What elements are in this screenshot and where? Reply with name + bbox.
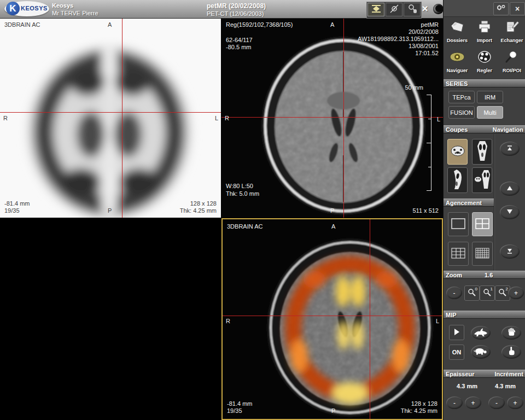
close-study-button[interactable]: × <box>419 3 431 15</box>
brightness-icon <box>389 4 400 16</box>
scale-ruler <box>431 95 431 191</box>
increment-increase-button[interactable]: + <box>507 396 523 409</box>
epaisseur-increment-header: Epaisseur Incrément <box>444 370 525 378</box>
nav-echanger-button[interactable]: Echanger <box>499 20 525 48</box>
series-fusion-button[interactable]: FUSION <box>448 106 475 119</box>
nav-dossiers-button[interactable]: Dossiers <box>444 20 470 48</box>
play-icon <box>453 328 460 337</box>
study-subtitle: PET-CT (12/06/2003) <box>207 10 264 17</box>
layout-grid-button[interactable] <box>472 242 493 266</box>
layout-1x1-button[interactable] <box>448 212 469 236</box>
coupe-axial-thumbnail[interactable] <box>447 139 468 165</box>
increment-decrease-button[interactable]: - <box>488 396 505 409</box>
slice-position: -80.5 mm <box>226 44 251 51</box>
layout-2x2-button[interactable] <box>472 212 493 236</box>
series-label: 3DBRAIN AC <box>227 223 262 230</box>
settings-button[interactable] <box>493 2 509 15</box>
series-date: 13/08/2001 <box>409 43 439 50</box>
study-date: 20/02/2008 <box>409 28 439 36</box>
sidebar-top-strip: × <box>444 0 525 17</box>
increment-value: 4.3 mm <box>487 383 523 389</box>
mip-play-button[interactable] <box>449 325 464 340</box>
folder-icon <box>449 20 465 36</box>
main-nav-section: Dossiers Import Echanger Naviguer Regler… <box>444 19 525 79</box>
document-edit-icon <box>504 20 520 36</box>
crosshair-horizontal[interactable] <box>221 117 443 118</box>
matrix-size: 128 x 128 <box>190 200 217 207</box>
go-first-slice-button[interactable] <box>500 142 520 156</box>
mip-header: MIP <box>444 311 525 319</box>
orientation-anterior: A <box>330 21 334 28</box>
mip-slow-button[interactable] <box>471 345 491 359</box>
nav-import-button[interactable]: Import <box>471 20 498 48</box>
logo-k-badge: K <box>6 2 20 15</box>
matrix-size: 128 x 128 <box>411 400 438 407</box>
magnify-tool-button[interactable] <box>404 3 421 16</box>
registration-label: Reg(1592/102,7368/105) <box>226 21 293 28</box>
turtle-icon <box>474 347 488 357</box>
crosshair-vertical[interactable] <box>122 19 122 218</box>
series-multi-button[interactable]: Multi <box>477 106 503 119</box>
go-last-slice-button[interactable] <box>500 244 520 259</box>
open-hand-icon <box>506 327 516 339</box>
zoom-value: 1.6 <box>485 272 493 278</box>
moon-toggle-icon[interactable] <box>433 4 444 14</box>
series-tepca-button[interactable]: TEPca <box>448 91 475 103</box>
collimator-icon <box>371 4 382 16</box>
pet-brain-image <box>0 19 221 218</box>
coupe-coronal-thumbnail[interactable] <box>472 139 492 165</box>
double-up-arrow-icon <box>506 145 513 153</box>
orientation-left: L <box>436 318 439 325</box>
nav-roi-poi-button[interactable]: ROI/POI <box>499 50 525 78</box>
viewport-empty[interactable] <box>0 218 221 420</box>
thickness-decrease-button[interactable]: - <box>446 396 463 409</box>
previous-slice-button[interactable] <box>500 182 520 196</box>
zoom-preset-1-button[interactable]: 1 <box>480 285 495 301</box>
magnifier-mouse-icon <box>407 4 418 16</box>
next-slice-button[interactable] <box>500 205 520 219</box>
series-label: 3DBRAIN AC <box>4 21 40 28</box>
series-info: 62-64/117 <box>226 37 253 44</box>
nav-regler-button[interactable]: Regler <box>471 50 498 78</box>
mip-fast-button[interactable] <box>471 326 491 340</box>
slice-position: -81.4 mm <box>227 400 252 407</box>
close-window-button[interactable]: × <box>510 2 525 15</box>
crosshair-vertical[interactable] <box>370 219 370 419</box>
layout-grid-icon <box>475 248 489 260</box>
crosshair-horizontal[interactable] <box>0 112 221 113</box>
viewport-pet[interactable]: 3DBRAIN AC A R L -81.4 mm 19/35 P 128 x … <box>0 19 221 218</box>
thickness-increase-button[interactable]: + <box>465 396 481 409</box>
down-arrow-icon <box>506 208 513 216</box>
window-level-button[interactable] <box>386 3 402 16</box>
coupe-multi-thumbnail[interactable] <box>472 167 492 193</box>
zoom-preset-0-button[interactable]: 0 <box>464 285 480 301</box>
crosshair-horizontal[interactable] <box>223 316 442 316</box>
mip-on-button[interactable]: ON <box>449 345 464 360</box>
nav-naviguer-button[interactable]: Naviguer <box>444 50 470 78</box>
zoom-out-button[interactable]: - <box>446 287 462 299</box>
viewport-fusion-selected[interactable]: 3DBRAIN AC A R L -81.4 mm 19/35 P 128 x … <box>221 218 443 420</box>
display-toolbar <box>366 2 422 19</box>
orientation-anterior: A <box>331 223 335 230</box>
viewport-mri[interactable]: Reg(1592/102,7368/105) 62-64/117 -80.5 m… <box>221 19 443 218</box>
coupe-sagittal-thumbnail[interactable] <box>447 167 468 193</box>
collimator-button[interactable] <box>368 3 384 16</box>
thickness-value: 4.3 mm <box>449 383 485 389</box>
matrix-size: 511 x 512 <box>412 207 439 214</box>
mip-step-button[interactable] <box>501 345 521 359</box>
rabbit-icon <box>474 328 488 338</box>
slice-thickness: Thk: 4.25 mm <box>180 207 217 214</box>
orientation-posterior: P <box>330 207 334 214</box>
mip-stop-hand-button[interactable] <box>501 326 521 340</box>
agencement-header: Agencement <box>444 199 494 207</box>
layout-3x3-button[interactable] <box>448 242 469 266</box>
series-irm-button[interactable]: IRM <box>477 91 503 103</box>
crosshair-vertical[interactable] <box>343 19 344 218</box>
coronal-slice-icon <box>476 141 489 164</box>
orientation-right: R <box>226 318 230 325</box>
palette-icon <box>476 50 493 66</box>
zoom-in-button[interactable]: + <box>508 287 524 299</box>
orientation-anterior: A <box>108 21 112 28</box>
keosys-logo-icon: K KEOSYS <box>4 1 49 16</box>
multi-slice-icon <box>474 169 491 192</box>
